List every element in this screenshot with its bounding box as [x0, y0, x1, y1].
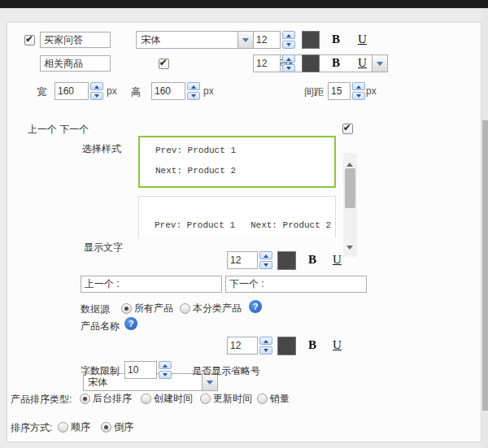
product-name-help-icon[interactable]: ? [124, 317, 137, 330]
spin-up-icon[interactable] [352, 82, 365, 90]
style-list: Prev: Product 1 Next: Product 2 Prev: Pr… [138, 136, 338, 238]
top-dark-bar [0, 0, 488, 8]
spin-down-icon[interactable] [90, 92, 103, 100]
option-label: 后台排序 [93, 392, 132, 406]
sort-type-option-backend[interactable]: 后台排序 [80, 392, 132, 406]
height-label: 高 [131, 85, 141, 99]
height-unit: px [203, 85, 214, 97]
spin-down-icon[interactable] [259, 346, 272, 354]
width-stepper[interactable] [54, 82, 103, 100]
style-option-inline[interactable]: Prev: Product 1 Next: Product 2 [138, 196, 336, 238]
spin-up-icon[interactable] [259, 337, 272, 345]
style-option-stacked[interactable]: Prev: Product 1 Next: Product 2 [138, 136, 336, 188]
chevron-down-icon[interactable] [237, 32, 253, 48]
style-preview-prev: Prev: Product 1 [155, 220, 235, 238]
radio-icon[interactable] [141, 394, 151, 404]
module1-font-size-stepper[interactable] [253, 31, 295, 49]
radio-icon[interactable] [80, 394, 90, 404]
spacing-stepper[interactable] [328, 82, 365, 100]
radio-icon[interactable] [58, 422, 68, 433]
spacing-unit: px [366, 85, 377, 97]
module1-font-value: 宋体 [137, 33, 237, 47]
data-source-option-category[interactable]: 本分类产品 [180, 302, 242, 315]
spin-down-icon[interactable] [282, 41, 295, 49]
module1-name-input[interactable] [40, 32, 111, 48]
width-value[interactable] [54, 82, 89, 100]
char-limit-label: 字数限制 [81, 364, 120, 378]
spin-down-icon[interactable] [282, 64, 295, 72]
char-limit-value[interactable] [124, 361, 157, 379]
window-scrollbar[interactable] [482, 8, 488, 448]
spin-down-icon[interactable] [159, 371, 172, 379]
radio-icon[interactable] [180, 303, 190, 314]
style-preview-prev: Prev: Product 1 [155, 146, 334, 155]
sort-type-label: 产品排序类型: [11, 393, 72, 407]
spin-up-icon[interactable] [282, 31, 295, 39]
option-label: 更新时间 [213, 392, 252, 406]
style-list-scrollbar-thumb[interactable] [345, 168, 355, 208]
product-name-size-stepper[interactable] [227, 337, 272, 354]
data-source-option-all[interactable]: 所有产品 [121, 302, 173, 315]
display-text-bold-button[interactable]: B [308, 253, 316, 267]
spin-up-icon[interactable] [187, 82, 200, 90]
scroll-down-icon[interactable] [346, 246, 353, 253]
spacing-value[interactable] [328, 82, 351, 100]
product-name-color-swatch[interactable] [277, 337, 296, 355]
height-value[interactable] [151, 82, 185, 100]
display-text-size-stepper[interactable] [227, 251, 272, 269]
prev-next-checkbox[interactable] [342, 124, 353, 134]
radio-icon[interactable] [121, 303, 132, 314]
module1-font-size-value[interactable] [253, 31, 281, 49]
window-scrollbar-thumb[interactable] [482, 120, 488, 411]
prev-text-input[interactable] [81, 276, 222, 293]
display-text-underline-button[interactable]: U [333, 253, 342, 267]
module2-font-size-stepper[interactable] [253, 54, 295, 72]
chevron-down-icon[interactable] [372, 55, 387, 72]
spin-down-icon[interactable] [352, 92, 365, 100]
radio-icon[interactable] [257, 394, 268, 404]
product-name-underline-button[interactable]: U [333, 338, 342, 352]
spin-down-icon[interactable] [259, 261, 272, 269]
sort-type-option-sales[interactable]: 销量 [257, 392, 290, 406]
spin-down-icon[interactable] [187, 92, 200, 100]
sort-order-option-asc[interactable]: 顺序 [58, 420, 90, 434]
module1-checkbox[interactable] [24, 35, 35, 46]
display-text-label: 显示文字 [84, 241, 123, 254]
product-name-size-value[interactable] [227, 337, 258, 354]
spin-up-icon[interactable] [159, 361, 172, 369]
data-source-label: 数据源 [81, 302, 110, 316]
module2-underline-button[interactable]: U [358, 56, 367, 70]
module2-name-input[interactable] [40, 55, 111, 72]
module2-checkbox[interactable] [159, 59, 169, 69]
module1-bold-button[interactable]: B [332, 33, 340, 46]
style-list-scrollbar[interactable] [343, 153, 357, 257]
product-name-bold-button[interactable]: B [308, 338, 316, 352]
spin-up-icon[interactable] [282, 54, 295, 63]
scroll-up-icon[interactable] [346, 159, 353, 167]
spin-up-icon[interactable] [90, 82, 103, 90]
spin-up-icon[interactable] [259, 251, 272, 259]
char-limit-stepper[interactable] [124, 361, 172, 379]
module2-font-size-value[interactable] [253, 54, 281, 72]
settings-panel: 宋体 B U 宋体 B U 宽 px 高 [7, 22, 481, 442]
option-label: 顺序 [71, 420, 90, 434]
module2-bold-button[interactable]: B [332, 56, 340, 70]
sort-type-option-created[interactable]: 创建时间 [141, 392, 193, 406]
radio-icon[interactable] [101, 422, 111, 433]
module1-font-select[interactable]: 宋体 [136, 31, 254, 49]
option-label: 倒序 [114, 420, 133, 434]
height-stepper[interactable] [151, 82, 200, 100]
option-label: 所有产品 [134, 302, 173, 315]
next-text-input[interactable] [225, 276, 367, 293]
module2-font-color-swatch[interactable] [302, 54, 320, 72]
module1-underline-button[interactable]: U [358, 33, 367, 46]
module1-font-color-swatch[interactable] [302, 31, 320, 49]
prev-next-label: 上一个 下一个 [28, 123, 89, 137]
data-source-help-icon[interactable]: ? [249, 300, 262, 313]
sort-type-option-updated[interactable]: 更新时间 [200, 392, 252, 406]
width-unit: px [107, 85, 117, 97]
radio-icon[interactable] [200, 394, 211, 404]
display-text-size-value[interactable] [227, 251, 258, 269]
display-text-color-swatch[interactable] [277, 251, 296, 270]
sort-order-option-desc[interactable]: 倒序 [101, 420, 133, 434]
